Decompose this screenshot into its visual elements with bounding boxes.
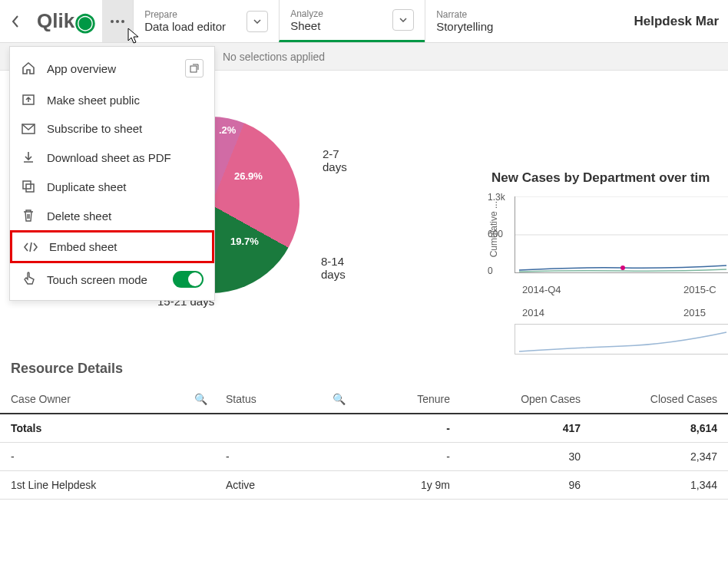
menu-label: Delete sheet — [47, 209, 111, 223]
nav-narrate[interactable]: Narrate Storytelling — [425, 0, 540, 42]
pie-pct: 26.9% — [234, 170, 263, 182]
nav-narrate-label: Narrate — [436, 9, 493, 20]
x-tick: 2015-C — [683, 284, 716, 295]
nav-prepare-sub: Data load editor — [144, 20, 226, 33]
svg-rect-7 — [26, 184, 34, 192]
menu-label: Duplicate sheet — [47, 180, 126, 193]
svg-rect-3 — [190, 66, 197, 72]
download-icon — [21, 150, 36, 164]
col-status[interactable]: Status🔍 — [215, 385, 353, 408]
touch-icon — [21, 272, 36, 287]
svg-point-2 — [121, 20, 124, 23]
x-tick: 2014 — [522, 307, 544, 318]
y-tick: 1.3k — [488, 192, 505, 203]
open-icon — [190, 64, 199, 73]
y-tick: 0 — [488, 266, 493, 276]
nav-narrate-sub: Storytelling — [436, 20, 493, 33]
x-tick: 2014-Q4 — [522, 284, 561, 295]
mail-icon — [21, 124, 36, 134]
menu-label: Subscribe to sheet — [47, 122, 142, 135]
chart-lines — [515, 196, 728, 273]
menu-label: App overview — [47, 62, 116, 75]
search-icon[interactable]: 🔍 — [194, 393, 207, 405]
pie-pct: 19.7% — [230, 236, 259, 247]
app-title: Helpdesk Mar — [624, 0, 728, 42]
menu-embed[interactable]: Embed sheet — [10, 230, 214, 263]
line-chart[interactable]: New Cases by Department over tim Cumulat… — [491, 170, 728, 273]
svg-rect-6 — [23, 181, 31, 189]
home-icon — [21, 61, 36, 75]
mini-scroll[interactable] — [515, 324, 728, 355]
duplicate-icon — [21, 180, 36, 193]
pie-cat: 8-14 days — [321, 255, 346, 281]
col-owner[interactable]: Case Owner🔍 — [0, 385, 215, 408]
menu-subscribe[interactable]: Subscribe to sheet — [10, 114, 214, 143]
selections-text: No selections applied — [223, 51, 325, 63]
nav-analyze-sub: Sheet — [290, 19, 323, 32]
chart-plot-area: 1.3k 600 0 — [515, 196, 728, 273]
touch-toggle[interactable] — [173, 271, 204, 288]
mini-line — [515, 325, 728, 355]
col-closed[interactable]: Closed Cases — [591, 385, 728, 408]
chevron-left-icon — [12, 15, 19, 28]
pie-cat: 2-7 days — [323, 147, 347, 173]
chevron-down-icon — [253, 19, 261, 24]
back-button[interactable] — [0, 0, 31, 42]
prepare-dropdown-button[interactable] — [247, 11, 268, 32]
menu-download-pdf[interactable]: Download sheet as PDF — [10, 143, 214, 172]
sheet-context-menu: App overview Make sheet public Subscribe… — [9, 46, 215, 301]
menu-duplicate[interactable]: Duplicate sheet — [10, 172, 214, 201]
svg-point-1 — [116, 20, 119, 23]
nav-prepare-label: Prepare — [144, 9, 226, 20]
qlik-logo: Qlik◉ — [31, 0, 102, 42]
nav-prepare[interactable]: Prepare Data load editor — [133, 0, 279, 42]
trash-icon — [21, 209, 36, 223]
x-tick: 2015 — [683, 307, 706, 318]
col-open[interactable]: Open Cases — [461, 385, 591, 408]
analyze-dropdown-button[interactable] — [392, 9, 414, 31]
share-icon — [21, 93, 36, 107]
section-title: Resource Details — [0, 361, 134, 384]
chevron-down-icon — [399, 18, 407, 22]
menu-touch-mode[interactable]: Touch screen mode — [10, 263, 214, 295]
pie-pct: .2% — [219, 124, 236, 136]
menu-label: Make sheet public — [47, 94, 140, 107]
svg-point-0 — [111, 20, 114, 23]
search-icon[interactable]: 🔍 — [333, 393, 346, 405]
col-tenure[interactable]: Tenure — [353, 385, 461, 408]
nav-analyze-label: Analyze — [290, 8, 323, 19]
menu-make-public[interactable]: Make sheet public — [10, 85, 214, 114]
svg-point-10 — [620, 266, 625, 270]
open-external-button[interactable] — [185, 59, 204, 78]
menu-delete[interactable]: Delete sheet — [10, 201, 214, 230]
code-icon — [23, 242, 38, 252]
chart-title: New Cases by Department over tim — [491, 170, 728, 186]
y-tick: 600 — [488, 229, 503, 239]
dots-icon — [111, 20, 124, 23]
nav-analyze[interactable]: Analyze Sheet — [279, 0, 425, 42]
menu-label: Download sheet as PDF — [47, 151, 171, 164]
menu-label: Touch screen mode — [47, 273, 147, 286]
cursor-icon — [127, 28, 141, 45]
menu-label: Embed sheet — [49, 240, 117, 253]
menu-app-overview[interactable]: App overview — [10, 51, 214, 85]
resource-table[interactable]: Case Owner🔍 Status🔍 Tenure Open Cases Cl… — [0, 385, 728, 408]
